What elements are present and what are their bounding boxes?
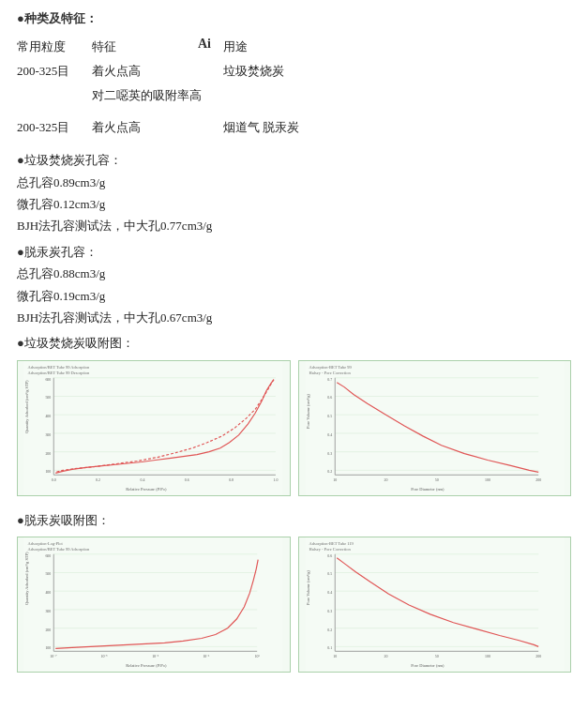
svg-text:20: 20 (384, 654, 387, 658)
svg-text:0.2: 0.2 (327, 469, 332, 474)
svg-text:0.7: 0.7 (327, 376, 332, 381)
types-title: ●●种类及特征：种类及特征： (17, 9, 571, 29)
svg-text:0.2: 0.2 (96, 477, 100, 482)
mercury-chart-adsorption: Adsorption-Log-Plot Adsorption/BET Tube … (17, 537, 291, 673)
svg-text:1.0: 1.0 (273, 477, 278, 482)
svg-text:10¹: 10¹ (255, 654, 261, 658)
row1-feature1: 着火点高 (92, 59, 223, 83)
svg-text:50: 50 (434, 654, 438, 658)
pore-mercury-bjh: BJH法孔容测试法，中大孔0.67cm3/g (17, 307, 571, 328)
svg-text:Pore Volume (cm³/g): Pore Volume (cm³/g) (305, 393, 309, 429)
pore-waste-total: 总孔容0.89cm3/g (17, 172, 571, 193)
row1-feature2: 对二噁英的吸附率高 (92, 83, 223, 108)
waste-chart-pore: Adsorption-BET Tube 99 Halsey - Pore Cor… (298, 360, 572, 496)
svg-text:20: 20 (384, 477, 387, 482)
col-size: 常用粒度 (17, 35, 92, 59)
svg-text:0.3: 0.3 (327, 609, 332, 613)
pore-waste-title: ●垃圾焚烧炭孔容： (17, 149, 571, 171)
row2-size: 200-325目 (17, 115, 92, 140)
svg-text:Quantity Adsorbed (cm³/g STP): Quantity Adsorbed (cm³/g STP) (24, 380, 29, 433)
svg-text:10⁻¹: 10⁻¹ (203, 654, 210, 658)
svg-text:600: 600 (45, 376, 51, 381)
svg-text:0.4: 0.4 (327, 432, 332, 437)
svg-text:0.6: 0.6 (327, 553, 332, 558)
svg-text:0.3: 0.3 (327, 450, 332, 455)
row2-feature: 着火点高 (92, 115, 223, 140)
svg-text:Quantity Adsorbed (cm³/g STP): Quantity Adsorbed (cm³/g STP) (24, 552, 29, 605)
svg-text:100: 100 (485, 654, 490, 658)
pore-mercury-micro: 微孔容0.19cm3/g (17, 285, 571, 307)
svg-text:Adsorption/BET Tube 99 Adsorpt: Adsorption/BET Tube 99 Adsorption (28, 365, 90, 370)
mercury-adsorption-section: ●脱汞炭吸附图： (17, 509, 571, 531)
pore-waste-micro: 微孔容0.12cm3/g (17, 193, 571, 215)
svg-text:Adsorption-Log-Plot: Adsorption-Log-Plot (28, 541, 64, 546)
svg-text:50: 50 (434, 477, 438, 482)
pore-waste-bjh: BJH法孔容测试法，中大孔0.77cm3/g (17, 215, 571, 236)
svg-text:0.0: 0.0 (52, 477, 56, 482)
pore-mercury-total: 总孔容0.88cm3/g (17, 263, 571, 284)
svg-text:200: 200 (45, 628, 51, 632)
mercury-chart-pore: Adsorption-BET Tube 119 Halsey - Pore Co… (298, 537, 572, 673)
svg-text:0.5: 0.5 (327, 414, 332, 418)
svg-text:0.1: 0.1 (327, 645, 332, 650)
characteristics-table: 常用粒度 特征 用途 200-325目 着火点高 垃圾焚烧炭 对二噁英的吸附率高… (17, 35, 317, 140)
svg-text:Relative Pressure (P/Po): Relative Pressure (P/Po) (126, 663, 167, 668)
waste-chart-adsorption: Adsorption/BET Tube 99 Adsorption Adsorp… (17, 360, 291, 496)
ai-text: Ai (198, 37, 211, 52)
row2-use: 烟道气 脱汞炭 (223, 115, 317, 140)
svg-text:500: 500 (45, 395, 51, 400)
svg-text:Halsey - Pore Correction: Halsey - Pore Correction (309, 547, 351, 552)
pore-section: ●垃圾焚烧炭孔容： 总孔容0.89cm3/g 微孔容0.12cm3/g BJH法… (17, 149, 571, 355)
svg-text:400: 400 (45, 590, 51, 595)
svg-text:Relative Pressure (P/Po): Relative Pressure (P/Po) (126, 487, 167, 492)
svg-text:300: 300 (45, 609, 51, 613)
svg-text:0.6: 0.6 (327, 395, 332, 400)
svg-text:Pore Diameter (nm): Pore Diameter (nm) (411, 663, 445, 668)
svg-text:0.4: 0.4 (140, 477, 144, 482)
svg-text:Halsey - Pore Correction: Halsey - Pore Correction (309, 370, 351, 374)
adsorption-waste-title: ●垃圾焚烧炭吸附图： (17, 332, 571, 354)
waste-charts-row: Adsorption/BET Tube 99 Adsorption Adsorp… (17, 360, 571, 496)
adsorption-mercury-title: ●脱汞炭吸附图： (17, 509, 571, 531)
svg-text:Adsorption-BET Tube 119: Adsorption-BET Tube 119 (309, 541, 354, 546)
pore-mercury-title: ●脱汞炭孔容： (17, 241, 571, 263)
svg-text:Pore Volume (cm³/g): Pore Volume (cm³/g) (305, 570, 309, 606)
col-use: 用途 (223, 35, 317, 59)
svg-text:Pore Diameter (nm): Pore Diameter (nm) (411, 487, 445, 492)
svg-text:Adsorption-BET Tube 99: Adsorption-BET Tube 99 (309, 365, 352, 370)
svg-text:200: 200 (45, 450, 51, 455)
svg-text:0.5: 0.5 (327, 572, 332, 577)
svg-text:10⁻³: 10⁻³ (152, 654, 159, 658)
svg-text:0.2: 0.2 (327, 628, 332, 632)
svg-text:200: 200 (535, 477, 541, 482)
svg-text:10: 10 (333, 654, 337, 658)
svg-text:200: 200 (535, 654, 541, 658)
svg-text:300: 300 (45, 432, 51, 437)
svg-text:600: 600 (45, 553, 51, 558)
svg-text:Adsorption/BET Tube 99 Adsorpt: Adsorption/BET Tube 99 Adsorption (28, 547, 90, 552)
svg-text:500: 500 (45, 572, 51, 577)
svg-text:100: 100 (485, 477, 490, 482)
row1-size: 200-325目 (17, 59, 92, 108)
mercury-charts-row: Adsorption-Log-Plot Adsorption/BET Tube … (17, 537, 571, 673)
svg-text:10⁻⁵: 10⁻⁵ (101, 654, 109, 658)
svg-text:0.4: 0.4 (327, 590, 332, 595)
row1-use: 垃圾焚烧炭 (223, 59, 317, 108)
svg-text:10⁻⁷: 10⁻⁷ (50, 654, 57, 658)
svg-text:Adsorption/BET Tube 99 Desorpt: Adsorption/BET Tube 99 Desorption (28, 370, 90, 374)
svg-text:100: 100 (45, 469, 51, 474)
svg-text:400: 400 (45, 414, 51, 418)
svg-text:10: 10 (333, 477, 337, 482)
svg-text:100: 100 (45, 645, 51, 650)
svg-text:0.6: 0.6 (185, 477, 189, 482)
svg-text:0.8: 0.8 (229, 477, 234, 482)
